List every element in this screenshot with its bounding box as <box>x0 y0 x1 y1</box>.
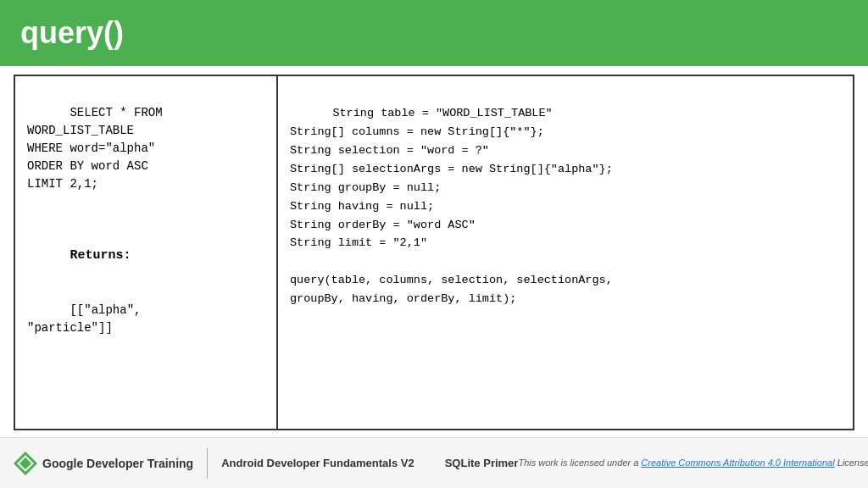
svg-marker-1 <box>19 458 31 469</box>
right-column: String table = "WORD_LIST_TABLE" String[… <box>278 76 853 429</box>
google-logo: Google Developer Training <box>14 452 193 475</box>
footer-divider <box>207 448 208 479</box>
java-code: String table = "WORD_LIST_TABLE" String[… <box>290 107 613 305</box>
footer: Google Developer Training Android Develo… <box>0 437 868 488</box>
footer-topic: SQLite Primer <box>445 457 519 469</box>
google-dev-icon <box>14 452 37 475</box>
license-prefix: This work is licensed under a <box>518 458 641 468</box>
license-suffix: License. <box>835 458 868 468</box>
code-table: SELECT * FROM WORD_LIST_TABLE WHERE word… <box>14 75 854 430</box>
returns-value: [["alpha", "particle"]] <box>27 303 141 335</box>
license-link[interactable]: Creative Commons Attribution 4.0 Interna… <box>641 458 834 468</box>
returns-label: Returns: <box>70 248 131 263</box>
slide-header: query() <box>0 0 868 66</box>
left-column: SELECT * FROM WORD_LIST_TABLE WHERE word… <box>15 76 278 429</box>
footer-logo-text: Google Developer Training <box>42 457 193 470</box>
main-content: SELECT * FROM WORD_LIST_TABLE WHERE word… <box>0 66 868 437</box>
sql-code: SELECT * FROM WORD_LIST_TABLE WHERE word… <box>27 106 163 191</box>
footer-license-text: This work is licensed under a Creative C… <box>518 457 868 469</box>
footer-course: Android Developer Fundamentals V2 <box>221 457 415 469</box>
slide-title: query() <box>20 15 848 51</box>
